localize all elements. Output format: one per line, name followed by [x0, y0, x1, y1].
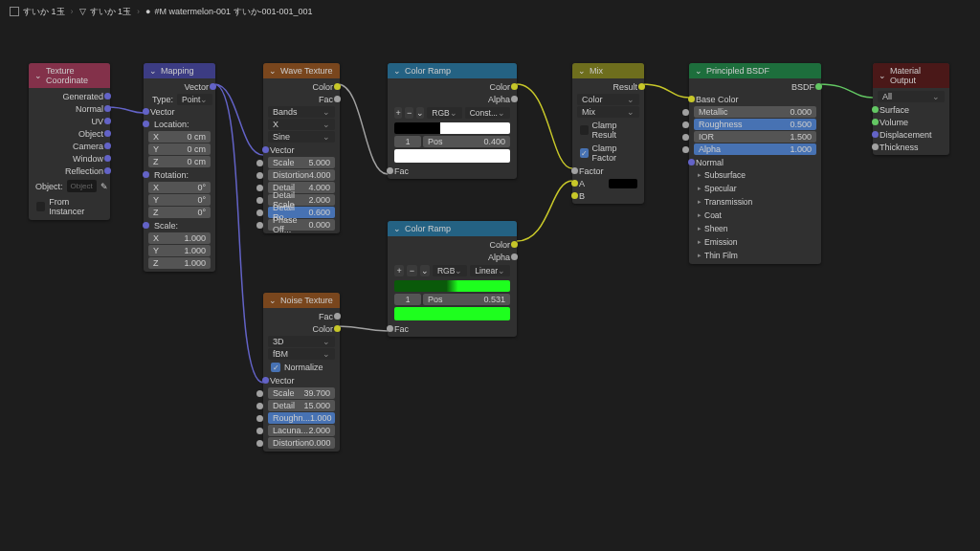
- stop-color-swatch[interactable]: [394, 149, 510, 163]
- node-color-ramp-2[interactable]: ⌄Color Ramp Color Alpha + − ⌄ RGB Linear…: [388, 221, 517, 337]
- node-header[interactable]: ⌄Mapping: [144, 63, 215, 78]
- prop-alpha[interactable]: Alpha1.000: [694, 143, 816, 155]
- expand-coat[interactable]: Coat: [692, 209, 818, 222]
- expand-specular[interactable]: Specular: [692, 182, 818, 195]
- add-stop-button[interactable]: +: [394, 107, 402, 119]
- bc-mesh[interactable]: ▽すいか 1玉: [79, 6, 132, 18]
- type-dropdown[interactable]: Point: [177, 94, 212, 105]
- expand-emission[interactable]: Emission: [692, 235, 818, 249]
- sine-dropdown[interactable]: Sine: [268, 131, 335, 143]
- node-canvas[interactable]: ⌄Texture Coordinate Generated Normal UV …: [0, 23, 980, 551]
- rgb-dropdown[interactable]: RGB: [433, 265, 467, 276]
- prop-distortion[interactable]: Distortion4.000: [268, 169, 335, 181]
- clamp-factor-check[interactable]: ✓Clamp Factor: [575, 142, 641, 165]
- add-stop-button[interactable]: +: [394, 265, 404, 276]
- blend-dropdown[interactable]: Mix: [577, 106, 639, 118]
- ramp-gradient[interactable]: [394, 280, 510, 292]
- stop-pos[interactable]: Pos0.531: [423, 294, 510, 305]
- remove-stop-button[interactable]: −: [405, 107, 412, 119]
- breadcrumb: すいか 1玉 › ▽すいか 1玉 › ●#M watermelon-001 すい…: [0, 0, 980, 23]
- prop-detail[interactable]: Detail15.000: [268, 400, 335, 411]
- stop-pos[interactable]: Pos0.400: [423, 136, 510, 147]
- node-material-output[interactable]: ⌄Material Output All Surface Volume Disp…: [873, 63, 949, 155]
- x-dropdown[interactable]: X: [268, 119, 335, 130]
- node-noise-texture[interactable]: ⌄Noise Texture Fac Color 3D fBM ✓Normali…: [263, 293, 340, 452]
- node-header[interactable]: ⌄Principled BSDF: [689, 63, 821, 78]
- node-principled-bsdf[interactable]: ⌄Principled BSDF BSDF Base Color Metalli…: [689, 63, 821, 264]
- node-color-ramp-1[interactable]: ⌄Color Ramp Color Alpha + − ⌄ RGB Const.…: [388, 63, 517, 179]
- ramp-menu-button[interactable]: ⌄: [420, 265, 430, 276]
- prop-roughness[interactable]: Roughness0.500: [694, 119, 816, 130]
- interp-dropdown[interactable]: Linear: [470, 265, 510, 276]
- node-header[interactable]: ⌄Mix: [572, 63, 644, 78]
- rgb-dropdown[interactable]: RGB: [427, 107, 461, 119]
- node-mapping[interactable]: ⌄Mapping Vector Type:Point Vector Locati…: [144, 63, 215, 272]
- node-texture-coordinate[interactable]: ⌄Texture Coordinate Generated Normal UV …: [29, 63, 110, 220]
- node-header[interactable]: ⌄Wave Texture: [263, 63, 340, 78]
- node-header[interactable]: ⌄Texture Coordinate: [29, 63, 110, 88]
- fbm-dropdown[interactable]: fBM: [268, 348, 335, 360]
- node-wave-texture[interactable]: ⌄Wave Texture Color Fac Bands X Sine Vec…: [263, 63, 340, 233]
- expand-thinfilm[interactable]: Thin Film: [692, 249, 818, 262]
- bc-object[interactable]: すいか 1玉: [10, 6, 65, 18]
- expand-transmission[interactable]: Transmission: [692, 195, 818, 209]
- bc-material[interactable]: ●#M watermelon-001 すいか-001-001_001: [145, 6, 313, 18]
- prop-distortion[interactable]: Distortion0.000: [268, 437, 335, 449]
- expand-sheen[interactable]: Sheen: [692, 222, 818, 235]
- node-header[interactable]: ⌄Noise Texture: [263, 293, 340, 308]
- prop-ior[interactable]: IOR1.500: [694, 131, 816, 143]
- normalize-check[interactable]: ✓Normalize: [266, 361, 337, 374]
- object-field[interactable]: Object: [67, 180, 97, 192]
- prop-scale[interactable]: Scale5.000: [268, 157, 335, 168]
- clamp-result-check[interactable]: Clamp Result: [575, 119, 641, 142]
- node-header[interactable]: ⌄Color Ramp: [388, 63, 517, 78]
- node-header[interactable]: ⌄Material Output: [873, 63, 949, 88]
- node-header[interactable]: ⌄Color Ramp: [388, 221, 517, 236]
- ramp-gradient[interactable]: [394, 122, 510, 134]
- stop-index[interactable]: 1: [394, 294, 421, 305]
- stop-index[interactable]: 1: [394, 136, 421, 147]
- target-dropdown[interactable]: All: [878, 91, 945, 102]
- prop-lacuna[interactable]: Lacuna...2.000: [268, 425, 335, 436]
- a-swatch[interactable]: [609, 179, 637, 188]
- 3d-dropdown[interactable]: 3D: [268, 336, 335, 347]
- from-instancer-check[interactable]: From Instancer: [32, 195, 107, 218]
- interp-dropdown[interactable]: Const...: [465, 107, 510, 119]
- bands-dropdown[interactable]: Bands: [268, 106, 335, 118]
- prop-phaseoff[interactable]: Phase Off...0.000: [268, 219, 335, 231]
- prop-metallic[interactable]: Metallic0.000: [694, 106, 816, 118]
- eyedropper-icon[interactable]: ✎: [100, 182, 108, 191]
- prop-scale[interactable]: Scale39.700: [268, 387, 335, 399]
- remove-stop-button[interactable]: −: [407, 265, 416, 276]
- node-mix[interactable]: ⌄Mix Result Color Mix Clamp Result ✓Clam…: [572, 63, 644, 204]
- ramp-menu-button[interactable]: ⌄: [416, 107, 424, 119]
- expand-subsurface[interactable]: Subsurface: [692, 168, 818, 182]
- datatype-dropdown[interactable]: Color: [577, 94, 639, 105]
- stop-color-swatch[interactable]: [394, 307, 510, 320]
- prop-roughn[interactable]: Roughn...1.000: [268, 412, 335, 424]
